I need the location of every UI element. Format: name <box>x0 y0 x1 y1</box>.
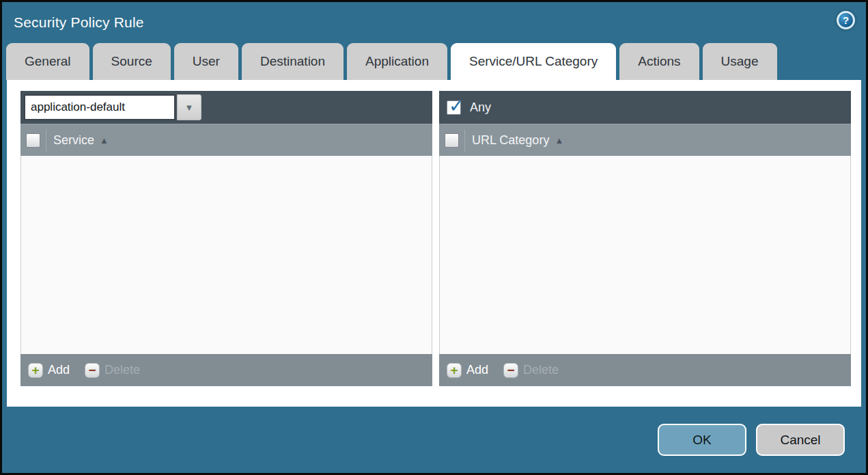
help-icon[interactable]: ? <box>837 11 855 29</box>
chevron-down-icon: ▼ <box>185 103 194 113</box>
service-column-header[interactable]: Service ▲ <box>53 133 109 148</box>
url-category-delete-button[interactable]: − Delete <box>503 363 559 378</box>
sort-asc-icon: ▲ <box>100 135 109 146</box>
plus-icon: + <box>28 363 43 378</box>
tab-source[interactable]: Source <box>93 43 171 80</box>
tab-usage[interactable]: Usage <box>703 43 777 80</box>
add-button-label: Add <box>48 363 70 377</box>
service-type-combobox: application-default ▼ <box>24 94 201 120</box>
tab-actions[interactable]: Actions <box>619 43 699 80</box>
url-category-any-checkbox[interactable]: ✓ <box>447 100 461 115</box>
ok-button[interactable]: OK <box>658 424 746 456</box>
check-icon: ✓ <box>449 95 464 117</box>
tab-destination[interactable]: Destination <box>242 43 344 80</box>
cancel-button[interactable]: Cancel <box>756 424 845 456</box>
service-column-header-row: Service ▲ <box>20 124 432 156</box>
service-delete-button[interactable]: − Delete <box>85 363 140 378</box>
plus-icon: + <box>447 363 462 378</box>
tab-content: application-default ▼ Service ▲ + Add <box>7 80 861 407</box>
dialog-footer: OK Cancel <box>658 424 845 456</box>
tab-bar: General Source User Destination Applicat… <box>2 43 866 80</box>
service-panel: application-default ▼ Service ▲ + Add <box>20 91 432 386</box>
help-icon-glyph: ? <box>843 14 849 26</box>
url-category-panel: ✓ Any URL Category ▲ + Add − <box>439 91 851 386</box>
tab-general[interactable]: General <box>6 43 89 80</box>
url-category-list <box>439 156 851 354</box>
service-toolbar: + Add − Delete <box>20 354 432 386</box>
sort-asc-icon: ▲ <box>555 135 563 146</box>
minus-icon: − <box>85 363 100 378</box>
service-type-dropdown-button[interactable]: ▼ <box>177 94 201 120</box>
minus-icon: − <box>503 363 518 378</box>
dialog-title: Security Policy Rule <box>14 14 144 31</box>
url-category-select-all-checkbox[interactable] <box>445 133 459 148</box>
service-list <box>20 156 432 354</box>
url-category-column-header-row: URL Category ▲ <box>439 124 851 156</box>
column-separator <box>464 129 465 152</box>
url-category-toolbar: + Add − Delete <box>439 354 851 386</box>
delete-button-label: Delete <box>104 363 140 377</box>
url-category-any-bar: ✓ Any <box>439 91 851 124</box>
url-category-any-label: Any <box>470 100 491 115</box>
service-add-button[interactable]: + Add <box>28 363 70 378</box>
service-selector-bar: application-default ▼ <box>20 91 432 124</box>
security-policy-rule-dialog: Security Policy Rule ? General Source Us… <box>0 0 868 475</box>
url-category-column-header[interactable]: URL Category ▲ <box>472 133 563 148</box>
tab-service-url-category[interactable]: Service/URL Category <box>451 43 616 80</box>
url-category-column-label: URL Category <box>472 133 549 148</box>
dialog-titlebar: Security Policy Rule ? <box>2 2 866 43</box>
tab-application[interactable]: Application <box>347 43 447 80</box>
service-type-value[interactable]: application-default <box>24 94 176 120</box>
delete-button-label: Delete <box>523 363 559 377</box>
url-category-add-button[interactable]: + Add <box>447 363 488 378</box>
service-column-label: Service <box>53 133 94 148</box>
add-button-label: Add <box>466 363 488 377</box>
service-select-all-checkbox[interactable] <box>26 133 40 148</box>
column-separator <box>46 129 46 152</box>
tab-user[interactable]: User <box>174 43 238 80</box>
